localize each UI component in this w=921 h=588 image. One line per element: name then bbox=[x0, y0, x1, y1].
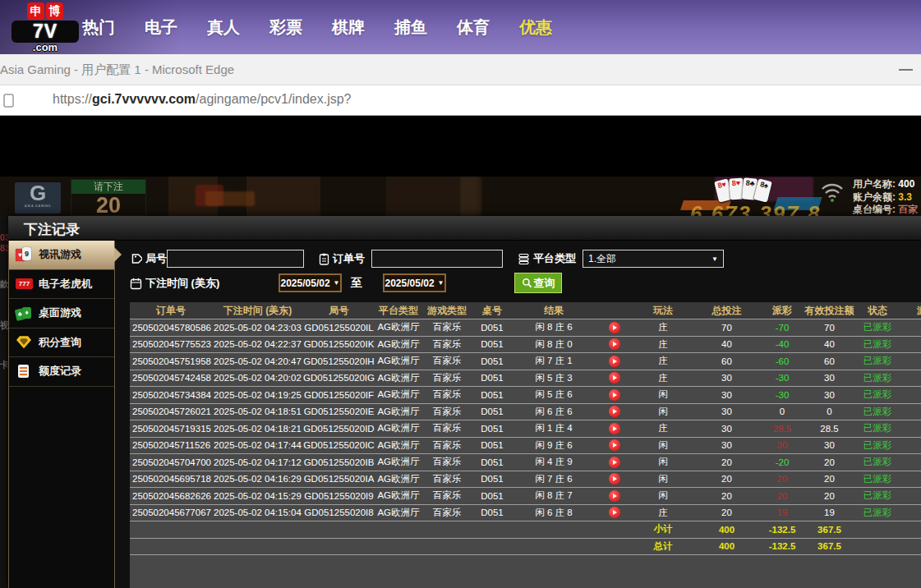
total-bet: 30 bbox=[692, 390, 762, 400]
url-text[interactable]: https://gci.7vvvvvv.com/agingame/pcv1/in… bbox=[53, 92, 352, 107]
tag-icon bbox=[130, 253, 142, 265]
table-header-row: 订单号 下注时间 (美东) 局号 平台类型 游戏类型 桌号 结果 玩法 总投注 … bbox=[130, 302, 921, 319]
result: 闲 8 庄 6 bbox=[513, 321, 595, 333]
table-no: D051 bbox=[472, 356, 513, 366]
game-type: 百家乐 bbox=[422, 422, 472, 434]
table-no: D051 bbox=[472, 390, 513, 400]
round-no: GD051255020IL bbox=[303, 323, 375, 333]
nav-item[interactable]: 真人 bbox=[207, 16, 240, 39]
play-icon[interactable] bbox=[609, 389, 620, 401]
date-from[interactable]: 2025/05/02 ▼ bbox=[279, 273, 342, 292]
asia-gaming-logo: G ASIA GAMING bbox=[15, 182, 61, 214]
table-row: 250502045742458 2025-05-02 04:20:02 GD05… bbox=[130, 370, 921, 388]
sidebar-item-quota-records[interactable]: 额度记录 bbox=[9, 357, 114, 387]
play-icon[interactable] bbox=[609, 338, 620, 350]
bet-side: 闲 bbox=[634, 456, 692, 468]
sidebar-item-video-games[interactable]: ♥9 视讯游戏 bbox=[9, 241, 114, 270]
game-type: 百家乐 bbox=[422, 473, 472, 485]
date-to[interactable]: 2025/05/02 ▼ bbox=[383, 273, 446, 292]
play-icon[interactable] bbox=[609, 356, 620, 367]
table-row: 250502045719315 2025-05-02 04:18:21 GD05… bbox=[130, 420, 921, 438]
slot-777-icon: 777 bbox=[16, 276, 33, 292]
play-icon[interactable] bbox=[609, 423, 620, 434]
bet-side: 闲 bbox=[634, 489, 692, 502]
result: 闲 5 庄 3 bbox=[513, 372, 595, 384]
platform-type: AG欧洲厅 bbox=[375, 489, 422, 502]
order-no: 250502045704700 bbox=[130, 457, 212, 467]
logo-suffix: .com bbox=[12, 43, 79, 53]
sidebar-item-slots[interactable]: 777 电子老虎机 bbox=[9, 270, 114, 300]
site-logo[interactable]: 申博 7V .com bbox=[12, 2, 79, 53]
result: 闲 1 庄 4 bbox=[513, 422, 595, 434]
bet-side: 庄 bbox=[634, 372, 692, 384]
result: 闲 4 庄 9 bbox=[513, 456, 595, 468]
order-no: 250502045677067 bbox=[130, 508, 212, 517]
order-no: 250502045742458 bbox=[130, 373, 212, 383]
valid-bet: 20 bbox=[803, 474, 856, 484]
nav-item[interactable]: 捕鱼 bbox=[394, 16, 427, 39]
table-row: 250502045751958 2025-05-02 04:20:47 GD05… bbox=[130, 353, 921, 370]
window-title: Asia Gaming - 用户配置 1 - Microsoft Edge bbox=[0, 62, 234, 78]
nav-item[interactable]: 电子 bbox=[145, 16, 177, 39]
to-label: 至 bbox=[351, 276, 362, 291]
play-icon[interactable] bbox=[609, 490, 620, 502]
play-icon[interactable] bbox=[609, 406, 620, 417]
play-icon[interactable] bbox=[609, 457, 620, 468]
play-icon[interactable] bbox=[609, 507, 620, 518]
total-bet: 40 bbox=[692, 339, 762, 349]
valid-bet: 30 bbox=[803, 373, 856, 383]
order-input[interactable] bbox=[371, 250, 503, 268]
play-icon[interactable] bbox=[609, 473, 620, 485]
round-no: GD051255020IK bbox=[303, 339, 375, 349]
round-no: GD051255020IA bbox=[303, 474, 375, 484]
order-no: 250502045711526 bbox=[130, 440, 212, 450]
sidebar-item-table-games[interactable]: ♣♦ 桌面游戏 bbox=[9, 299, 114, 328]
logo-square-2: 博 bbox=[46, 2, 63, 20]
platform-select[interactable]: 1.全部 ▼ bbox=[583, 250, 724, 268]
points-gem-icon bbox=[16, 334, 33, 350]
round-no: GD051255020ID bbox=[303, 424, 375, 434]
modal-title: 下注记录 bbox=[24, 220, 80, 239]
subtotal-valid: 367.5 bbox=[803, 525, 856, 535]
result: 闲 7 庄 1 bbox=[513, 355, 595, 367]
nav-item[interactable]: 彩票 bbox=[269, 16, 302, 39]
result: 闲 8 庄 0 bbox=[513, 338, 595, 351]
nav-item[interactable]: 优惠 bbox=[519, 16, 552, 39]
nav-item[interactable]: 热门 bbox=[82, 16, 115, 39]
play-icon[interactable] bbox=[609, 439, 620, 451]
order-no: 250502045775523 bbox=[130, 339, 212, 349]
round-label: 局号 bbox=[130, 251, 167, 266]
play-icon[interactable] bbox=[609, 372, 620, 384]
table-row: 250502045726021 2025-05-02 04:18:51 GD05… bbox=[130, 404, 921, 421]
table-no: D051 bbox=[472, 474, 513, 484]
minimize-icon[interactable] bbox=[899, 69, 913, 71]
sidebar-item-points[interactable]: 积分查询 bbox=[9, 328, 114, 358]
bet-time: 2025-05-02 04:22:37 bbox=[212, 339, 303, 349]
table-body: 250502045780586 2025-05-02 04:23:03 GD05… bbox=[130, 319, 921, 521]
page-icon bbox=[2, 93, 16, 108]
status-badge: 已派彩 bbox=[856, 338, 899, 351]
browser-urlbar[interactable]: https://gci.7vvvvvv.com/agingame/pcv1/in… bbox=[0, 85, 921, 116]
nav-item[interactable]: 体育 bbox=[457, 16, 490, 39]
round-input[interactable] bbox=[167, 250, 304, 268]
browser-titlebar: Asia Gaming - 用户配置 1 - Microsoft Edge bbox=[0, 54, 921, 85]
play-icon[interactable] bbox=[609, 322, 620, 333]
filter-row-2: 下注时间 (美东) 2025/05/02 ▼ 至 2025/05/02 ▼ 查询 bbox=[116, 273, 921, 295]
platform-type: AG欧洲厅 bbox=[375, 321, 422, 333]
order-no: 250502045719315 bbox=[130, 424, 212, 434]
nav-item[interactable]: 棋牌 bbox=[332, 16, 365, 39]
result: 闲 9 庄 6 bbox=[513, 439, 595, 452]
payout: 20 bbox=[762, 491, 803, 501]
dropdown-arrow-icon: ▼ bbox=[711, 255, 718, 263]
bet-time: 2025-05-02 04:18:21 bbox=[212, 424, 303, 434]
platform-type: AG欧洲厅 bbox=[375, 388, 422, 401]
valid-bet: 0 bbox=[803, 407, 856, 416]
bet-time: 2025-05-02 04:16:29 bbox=[212, 474, 303, 484]
total-bet: 20 bbox=[692, 457, 762, 467]
table-row: 250502045682626 2025-05-02 04:15:29 GD05… bbox=[130, 488, 921, 505]
result: 闲 6 庄 8 bbox=[513, 507, 595, 519]
query-button[interactable]: 查询 bbox=[514, 273, 562, 293]
round-no: GD051255020I9 bbox=[303, 491, 375, 501]
payout: 20 bbox=[762, 474, 803, 484]
round-no: GD051255020IF bbox=[303, 390, 375, 400]
